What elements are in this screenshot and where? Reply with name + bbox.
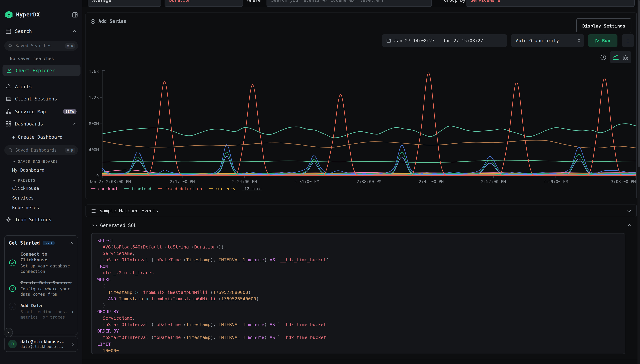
sql-line: WHERE (97, 276, 619, 283)
search-icon (8, 148, 13, 152)
svg-text:1.2B: 1.2B (89, 95, 99, 100)
chevron-up-icon[interactable] (69, 242, 73, 244)
service-map-icon (6, 109, 11, 114)
code-icon: </> (91, 223, 97, 228)
saved-dashboards-field[interactable] (16, 148, 65, 153)
sidebar-item-preset[interactable]: Services (12, 195, 34, 200)
scrollbar[interactable] (637, 0, 640, 364)
legend-more-link[interactable]: +12 more (242, 186, 262, 191)
help-button[interactable]: ? (4, 328, 13, 337)
sql-line: GROUP BY (97, 308, 619, 315)
saved-searches-input[interactable]: ⌘ K (4, 41, 78, 51)
legend-color-dash (208, 188, 213, 189)
beta-badge: BETA (63, 109, 77, 114)
step-description: Start sending logs, metrics, or traces (21, 309, 69, 320)
chevron-down-icon (12, 160, 16, 162)
sql-line: 100000 (97, 347, 619, 354)
search-input[interactable]: Search your events w/ Lucene ex. level:e… (267, 0, 432, 7)
sidebar-item-service-map[interactable]: Service Map BETA (0, 106, 82, 116)
line-chart-toggle-icon[interactable] (613, 54, 618, 60)
sql-line: ( (97, 283, 619, 289)
get-started-step[interactable]: Connect to ClickHouseSet up your databas… (9, 251, 73, 274)
sidebar-item-team-settings[interactable]: Team Settings (0, 214, 82, 224)
chevron-down-icon[interactable] (627, 209, 631, 212)
bar-chart-toggle-icon[interactable] (623, 55, 628, 60)
step-title: Connect to ClickHouse (21, 251, 73, 263)
chevron-up-icon[interactable] (627, 224, 632, 227)
granularity-value: Auto Granularity (516, 38, 559, 43)
sidebar-item-label: Service Map (15, 109, 46, 114)
sidebar-item-dashboard[interactable]: My Dashboard (12, 167, 45, 173)
sql-line: SELECT (97, 238, 619, 244)
section-saved-dashboards[interactable]: SAVED DASHBOARDS (12, 160, 58, 164)
sidebar-item-alerts[interactable]: Alerts (0, 82, 82, 92)
sql-line: toStartOfInterval (toDateTime (Timestamp… (97, 334, 619, 341)
legend-item[interactable]: currency (208, 186, 235, 191)
user-name: dale@clickhouse.… (21, 339, 72, 344)
svg-text:Jan 27 2:08:00 PM: Jan 27 2:08:00 PM (89, 179, 131, 184)
timeseries-chart[interactable]: 0400M800M1.2B1.6BJan 27 2:08:00 PM2:17:0… (86, 68, 636, 186)
app-logo-row: HyperDX (5, 10, 78, 19)
sql-line: toStartOfInterval (toDateTime (Timestamp… (97, 322, 619, 328)
get-started-progress-badge: 2/3 (43, 241, 55, 245)
user-menu[interactable]: D dale@clickhouse.… dale@clickhouse.c… (4, 336, 78, 352)
get-started-step[interactable]: Create Data SourcesConfigure where your … (9, 280, 73, 297)
legend-label: fraud-detection (165, 186, 202, 191)
granularity-select[interactable]: Auto Granularity (511, 34, 584, 47)
generated-sql-code[interactable]: SELECT AVG(toFloat64OrDefault (toString … (91, 233, 625, 354)
series-other-brown (102, 140, 636, 148)
more-options-button[interactable]: ⋮ (622, 34, 634, 47)
sql-line: AVG(toFloat64OrDefault (toString (Durati… (97, 244, 619, 250)
legend-item[interactable]: frontend (124, 186, 151, 191)
create-dashboard-button[interactable]: + Create Dashboard (12, 134, 63, 140)
legend-item[interactable]: fraud-detection (158, 186, 202, 191)
series-other-greenspike (102, 152, 636, 174)
chart-legend: checkoutfrontendfraud-detectioncurrency … (91, 186, 262, 191)
search-placeholder: Search your events w/ Lucene ex. level:e… (271, 0, 384, 3)
check-circle-icon (9, 259, 16, 266)
legend-label: frontend (132, 186, 151, 191)
generated-sql-section[interactable]: </> Generated SQL (86, 220, 637, 231)
display-settings-button[interactable]: Display Settings (576, 18, 631, 33)
step-title: Add Data (21, 303, 69, 308)
group-by-input[interactable]: ServiceName (466, 0, 635, 7)
chart-canvas[interactable]: 0400M800M1.2B1.6BJan 27 2:08:00 PM2:17:0… (86, 68, 636, 186)
sidebar-item-preset[interactable]: ClickHouse (12, 186, 39, 191)
sidebar-item-preset[interactable]: Kubernetes (12, 205, 39, 210)
chart-panel: Add Series Display Settings Jan 27 14:08… (86, 12, 637, 199)
svg-text:2:38:00 PM: 2:38:00 PM (357, 179, 381, 184)
sidebar-item-chart-explorer[interactable]: Chart Explorer (3, 65, 81, 76)
sample-matched-events-section[interactable]: Sample Matched Events (86, 204, 637, 217)
saved-dashboards-input[interactable]: ⌘ K (4, 145, 78, 155)
chevron-up-icon[interactable] (73, 122, 77, 125)
sidebar-item-client-sessions[interactable]: Client Sessions (0, 94, 82, 104)
legend-item[interactable]: checkout (91, 186, 118, 191)
svg-text:400M: 400M (89, 148, 99, 152)
chart-type-toggle (610, 51, 631, 63)
sidebar-item-label: Search (15, 28, 32, 34)
saved-searches-field[interactable] (16, 43, 65, 48)
app-title: HyperDX (16, 12, 40, 18)
sidebar: HyperDX Search ⌘ K No saved searches Cha… (0, 0, 82, 364)
user-email: dale@clickhouse.c… (21, 344, 72, 349)
time-range-picker[interactable]: Jan 27 14:08:27 - Jan 27 15:08:27 (382, 34, 507, 47)
step-description: Configure where your data comes from (21, 286, 73, 297)
field-input[interactable]: Duration (165, 0, 243, 7)
get-started-step[interactable]: 3Add DataStart sending logs, metrics, or… (9, 303, 73, 320)
step-description: Set up your database connection (21, 264, 73, 274)
run-button[interactable]: Run (588, 34, 617, 47)
aggregation-select[interactable]: Average (88, 0, 161, 7)
legend-label: currency (216, 186, 235, 191)
sidebar-collapse-icon[interactable] (72, 12, 78, 17)
clock-icon[interactable] (600, 54, 606, 60)
svg-text:2:59:00 PM: 2:59:00 PM (543, 179, 568, 184)
time-range-value: Jan 27 14:08:27 - Jan 27 15:08:27 (394, 38, 483, 43)
add-series-button[interactable]: Add Series (91, 18, 127, 24)
chart-explorer-icon (7, 68, 12, 73)
chevron-up-icon[interactable] (73, 30, 77, 32)
sidebar-item-search[interactable]: Search (0, 26, 82, 36)
sidebar-item-dashboards[interactable]: Dashboards (0, 119, 82, 129)
section-presets[interactable]: PRESETS (12, 178, 36, 182)
scrollbar-thumb[interactable] (638, 0, 640, 168)
legend-color-dash (124, 188, 129, 189)
